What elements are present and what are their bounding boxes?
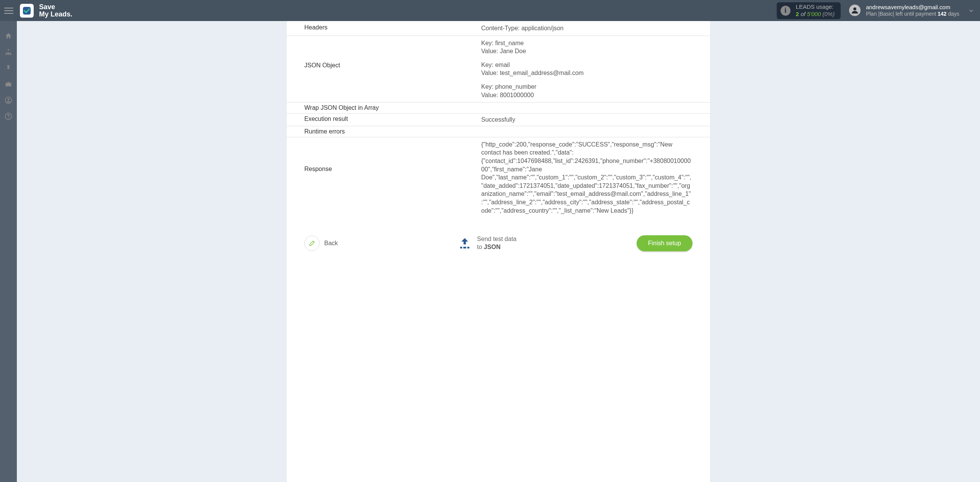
label-wrap-array: Wrap JSON Object in Array <box>287 103 481 113</box>
usage-text: LEADS usage: 2 of 5'000 (0%) <box>796 3 835 18</box>
brand-name: Save My Leads. <box>39 3 72 18</box>
check-icon <box>23 7 31 15</box>
sidebar-item-connections[interactable] <box>0 44 17 60</box>
send-test-line2: to JSON <box>477 243 516 251</box>
usage-limit: 5'000 <box>807 11 821 17</box>
brand-line1: Save <box>39 3 72 11</box>
account-panel[interactable]: andrewsavemyleads@gmail.com Plan |Basic|… <box>849 4 959 17</box>
dollar-icon <box>5 64 12 72</box>
json-key: Key: first_name <box>481 39 693 47</box>
page-wrapper: Headers Content-Type: application/json J… <box>17 21 980 482</box>
json-value: Value: Jane Doe <box>481 47 693 55</box>
back-label: Back <box>324 240 338 247</box>
usage-of: of <box>800 11 807 17</box>
plan-name: Basic <box>880 11 893 17</box>
json-pair: Key: email Value: test_email_address@mai… <box>481 61 693 77</box>
value-execution-result: Successfully <box>481 114 710 126</box>
briefcase-icon <box>5 80 12 88</box>
send-test-target: JSON <box>484 244 501 250</box>
json-pair: Key: phone_number Value: 8001000000 <box>481 83 693 99</box>
card-footer: Back Send test data to JSON Finish setup <box>287 218 710 251</box>
sitemap-icon <box>5 48 12 56</box>
topbar-right: i LEADS usage: 2 of 5'000 (0%) andrewsav… <box>777 2 975 19</box>
row-headers: Headers Content-Type: application/json <box>287 21 710 36</box>
avatar-icon <box>849 5 861 16</box>
row-execution-result: Execution result Successfully <box>287 113 710 126</box>
leads-usage-panel: i LEADS usage: 2 of 5'000 (0%) <box>777 2 841 19</box>
account-dropdown-toggle[interactable] <box>968 7 975 14</box>
label-response: Response <box>287 137 481 176</box>
chevron-down-icon <box>968 7 975 14</box>
value-runtime-errors <box>481 126 710 130</box>
svg-point-3 <box>8 98 10 100</box>
value-response: {"http_code":200,"response_code":"SUCCES… <box>481 137 710 218</box>
row-runtime-errors: Runtime errors <box>287 126 710 137</box>
value-json-object: Key: first_name Value: Jane Doe Key: ema… <box>481 36 710 103</box>
sidebar-item-help[interactable] <box>0 108 17 124</box>
label-json-object: JSON Object <box>287 36 481 72</box>
sidebar-item-billing[interactable] <box>0 60 17 76</box>
usage-count: 2 <box>796 11 799 17</box>
back-button[interactable]: Back <box>304 236 338 251</box>
finish-setup-button[interactable]: Finish setup <box>637 235 693 251</box>
row-response: Response {"http_code":200,"response_code… <box>287 137 710 218</box>
json-key: Key: email <box>481 61 693 69</box>
label-headers: Headers <box>287 21 481 34</box>
menu-hamburger-icon[interactable] <box>3 5 15 16</box>
account-email: andrewsavemyleads@gmail.com <box>866 4 959 11</box>
json-pair: Key: first_name Value: Jane Doe <box>481 39 693 55</box>
user-circle-icon <box>5 96 12 104</box>
label-execution-result: Execution result <box>287 114 481 124</box>
json-key: Key: phone_number <box>481 83 693 91</box>
brand-line2: My Leads. <box>39 11 72 18</box>
value-headers: Content-Type: application/json <box>481 21 710 36</box>
result-card: Headers Content-Type: application/json J… <box>287 21 710 482</box>
row-wrap-array: Wrap JSON Object in Array <box>287 102 710 113</box>
info-icon[interactable]: i <box>781 6 791 16</box>
usage-numbers: 2 of 5'000 (0%) <box>796 11 835 18</box>
plan-suffix-post: days <box>947 11 959 17</box>
label-runtime-errors: Runtime errors <box>287 126 481 137</box>
send-test-line1: Send test data <box>477 235 516 243</box>
sidebar-item-home[interactable] <box>0 28 17 44</box>
send-test-data-button[interactable]: Send test data to JSON <box>458 235 516 251</box>
account-text: andrewsavemyleads@gmail.com Plan |Basic|… <box>866 4 959 17</box>
usage-percent: (0%) <box>822 11 835 17</box>
sidebar <box>0 21 17 482</box>
top-bar: Save My Leads. i LEADS usage: 2 of 5'000… <box>0 0 980 21</box>
help-icon <box>5 112 12 120</box>
svg-point-5 <box>8 117 9 118</box>
row-json-object: JSON Object Key: first_name Value: Jane … <box>287 36 710 103</box>
sidebar-item-account[interactable] <box>0 92 17 108</box>
account-plan: Plan |Basic| left until payment 142 days <box>866 11 959 17</box>
plan-prefix: Plan | <box>866 11 880 17</box>
brand-logo[interactable] <box>20 4 34 18</box>
plan-days: 142 <box>938 11 946 17</box>
pencil-icon <box>309 240 315 247</box>
json-value: Value: test_email_address@mail.com <box>481 69 693 77</box>
value-wrap-array <box>481 103 710 106</box>
home-icon <box>5 32 12 40</box>
sidebar-item-briefcase[interactable] <box>0 76 17 92</box>
svg-point-1 <box>853 8 856 11</box>
plan-suffix-pre: | left until payment <box>893 11 938 17</box>
back-circle <box>304 236 320 251</box>
send-test-text: Send test data to JSON <box>477 235 516 251</box>
usage-label: LEADS usage: <box>796 3 835 11</box>
json-value: Value: 8001000000 <box>481 91 693 99</box>
topbar-left: Save My Leads. <box>0 3 72 18</box>
upload-icon <box>458 236 472 250</box>
